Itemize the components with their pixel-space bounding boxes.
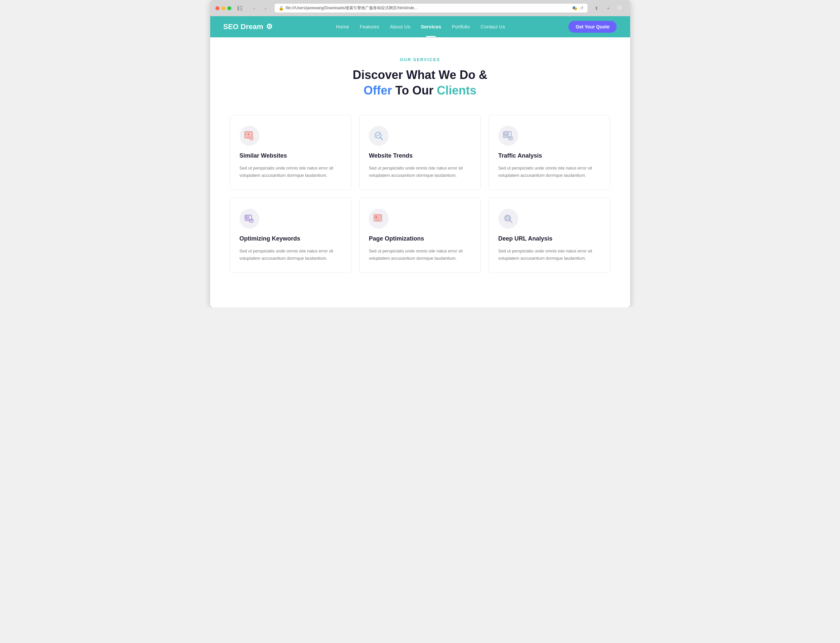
title-mid: To Our: [392, 83, 437, 97]
browser-window: ‹ › 🔒 file:///Users/janewang/Downloads/搜…: [210, 0, 630, 307]
card-similar-websites: Similar Websites Sed ut perspiciatis und…: [230, 115, 352, 190]
card-icon-deep-url-analysis: [498, 209, 518, 228]
cta-button[interactable]: Get Your Quote: [568, 21, 617, 33]
card-desc-optimizing-keywords: Sed ut perspiciatis unde omnis iste natu…: [240, 248, 342, 262]
services-section: OUR SERVICES Discover What We Do & Offer…: [210, 38, 630, 307]
svg-rect-11: [250, 137, 253, 140]
card-optimizing-keywords: Optimizing Keywords Sed ut perspiciatis …: [230, 198, 352, 273]
cards-grid-top: Similar Websites Sed ut perspiciatis und…: [230, 115, 610, 190]
maximize-button[interactable]: [227, 6, 231, 10]
section-title: Discover What We Do & Offer To Our Clien…: [230, 67, 610, 98]
svg-rect-31: [375, 216, 377, 219]
nav-link-home: Home: [336, 24, 349, 29]
card-icon-website-trends: [369, 126, 388, 146]
logo-text: SEO Dream: [223, 23, 263, 31]
back-button[interactable]: ‹: [250, 3, 259, 13]
card-icon-traffic-analysis: [498, 126, 518, 146]
svg-rect-8: [248, 133, 249, 135]
svg-line-42: [510, 220, 512, 222]
title-line1: Discover What We Do &: [352, 68, 487, 82]
title-highlight-blue: Offer: [364, 83, 392, 97]
navbar: SEO Dream ⚙ Home Features About Us Servi…: [210, 16, 630, 38]
nav-item-features[interactable]: Features: [360, 24, 379, 30]
card-title-website-trends: Website Trends: [369, 152, 471, 159]
title-highlight-teal: Clients: [437, 83, 476, 97]
card-traffic-analysis: Traffic Analysis Sed ut perspiciatis und…: [489, 115, 610, 190]
browser-nav: ‹ ›: [250, 3, 270, 13]
forward-button[interactable]: ›: [261, 3, 270, 13]
card-desc-traffic-analysis: Sed ut perspiciatis unde omnis iste natu…: [498, 165, 601, 179]
svg-rect-2: [240, 8, 243, 8]
card-website-trends: Website Trends Sed ut perspiciatis unde …: [359, 115, 481, 190]
section-label: OUR SERVICES: [230, 57, 610, 62]
nav-link-contact: Contact Us: [481, 24, 505, 29]
nav-links: Home Features About Us Services Portfoli…: [336, 24, 505, 30]
card-deep-url-analysis: Deep URL Analysis Sed ut perspiciatis un…: [489, 198, 610, 273]
card-desc-website-trends: Sed ut perspiciatis unde omnis iste natu…: [369, 165, 471, 179]
tab-overview-button[interactable]: ⬜: [616, 3, 625, 13]
card-title-traffic-analysis: Traffic Analysis: [498, 152, 601, 159]
svg-rect-3: [240, 10, 243, 11]
svg-rect-0: [237, 6, 239, 11]
address-bar[interactable]: 🔒 file:///Users/janewang/Downloads/搜索引擎推…: [274, 3, 588, 13]
card-title-optimizing-keywords: Optimizing Keywords: [240, 235, 342, 242]
nav-link-features: Features: [360, 24, 379, 29]
nav-item-portfolio[interactable]: Portfolio: [452, 24, 470, 30]
svg-rect-1: [240, 6, 243, 7]
nav-link-services: Services: [421, 24, 441, 29]
browser-actions: ⬆ + ⬜: [592, 3, 625, 13]
svg-rect-19: [509, 136, 512, 140]
nav-item-home[interactable]: Home: [336, 24, 349, 30]
card-title-similar-websites: Similar Websites: [240, 152, 342, 159]
url-text: file:///Users/janewang/Downloads/搜索引擎推广服…: [286, 5, 418, 11]
nav-link-portfolio: Portfolio: [452, 24, 470, 29]
logo-icon: ⚙: [266, 23, 272, 31]
website-content: SEO Dream ⚙ Home Features About Us Servi…: [210, 16, 630, 307]
cards-grid-bottom: Optimizing Keywords Sed ut perspiciatis …: [230, 198, 610, 273]
share-button[interactable]: ⬆: [592, 3, 601, 13]
card-desc-deep-url-analysis: Sed ut perspiciatis unde omnis iste natu…: [498, 248, 601, 262]
sidebar-toggle[interactable]: [235, 3, 245, 13]
card-icon-similar-websites: [240, 126, 259, 146]
card-desc-page-optimizations: Sed ut perspiciatis unde omnis iste natu…: [369, 248, 471, 262]
minimize-button[interactable]: [222, 6, 225, 10]
window-controls: [215, 6, 231, 10]
site-logo[interactable]: SEO Dream ⚙: [223, 23, 272, 31]
nav-item-about[interactable]: About Us: [390, 24, 410, 30]
nav-item-contact[interactable]: Contact Us: [481, 24, 505, 30]
nav-link-about: About Us: [390, 24, 410, 29]
card-desc-similar-websites: Sed ut perspiciatis unde omnis iste natu…: [240, 165, 342, 179]
card-icon-page-optimizations: [369, 209, 388, 228]
card-title-page-optimizations: Page Optimizations: [369, 235, 471, 242]
close-button[interactable]: [215, 6, 219, 10]
card-title-deep-url-analysis: Deep URL Analysis: [498, 235, 601, 242]
svg-line-15: [380, 137, 383, 139]
new-tab-button[interactable]: +: [604, 3, 613, 13]
card-icon-optimizing-keywords: [240, 209, 259, 228]
card-page-optimizations: Page Optimizations Sed ut perspiciatis u…: [359, 198, 481, 273]
nav-item-services[interactable]: Services: [421, 24, 441, 30]
browser-toolbar: ‹ › 🔒 file:///Users/janewang/Downloads/搜…: [210, 0, 630, 16]
